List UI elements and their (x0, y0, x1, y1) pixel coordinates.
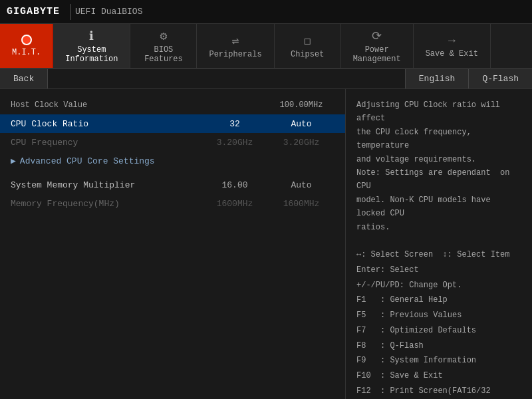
bios-label: UEFI DualBIOS (75, 7, 142, 17)
shortcut-list: ↔: Select Screen ↕: Select Item Enter: S… (356, 247, 521, 399)
shortcut-item: F8 : Q-Flash (356, 338, 521, 354)
cpu-freq-v2: 3.20GHz (268, 138, 334, 148)
table-row[interactable]: CPU Clock Ratio 32 Auto (0, 114, 345, 133)
arrow-icon: ▶ (11, 156, 16, 166)
brand-name: GIGABYTE (0, 6, 66, 17)
cpu-freq-v1: 3.20GHz (201, 138, 268, 148)
power-mgmt-icon: ⟳ (372, 29, 382, 43)
cpu-clock-ratio-label: CPU Clock Ratio (11, 119, 201, 129)
sys-info-label1: SystemInformation (65, 45, 118, 64)
mem-freq-v1: 1600MHz (201, 199, 268, 209)
shortcut-item: F5 : Previous Values (356, 308, 521, 323)
sys-mem-mult-v2: Auto (268, 180, 334, 190)
shortcut-item: F1 : General Help (356, 293, 521, 308)
mem-freq-label: Memory Frequency(MHz) (11, 199, 201, 209)
peripherals-icon: ⇌ (232, 33, 239, 48)
save-exit-label: Save & Exit (426, 49, 478, 59)
main-content: Host Clock Value 100.00MHz CPU Clock Rat… (0, 89, 532, 399)
back-button[interactable]: Back (0, 69, 48, 88)
sys-mem-mult-v1: 16.00 (201, 180, 268, 190)
description-text: Adjusting CPU Clock ratio will affect th… (356, 98, 521, 234)
advanced-cpu-label: ▶Advanced CPU Core Settings (11, 156, 201, 166)
sys-mem-mult-label: System Memory Multiplier (11, 180, 201, 190)
shortcut-item: ↔: Select Screen ↕: Select Item (356, 247, 521, 263)
spacer (0, 170, 345, 176)
subbar-right: English Q-Flash (405, 69, 532, 88)
english-button[interactable]: English (405, 69, 469, 88)
shortcut-item: F7 : Optimized Defaults (356, 323, 521, 338)
shortcut-item: F10 : Save & Exit (356, 368, 521, 384)
cpu-clock-ratio-v2: Auto (268, 119, 334, 129)
host-clock-label: Host Clock Value (11, 100, 201, 110)
system-info-icon: ℹ (89, 29, 94, 43)
bios-feat-label: BIOSFeatures (144, 45, 183, 64)
table-row: Memory Frequency(MHz) 1600MHz 1600MHz (0, 194, 345, 213)
chipset-label: Chipset (291, 50, 324, 59)
power-mgmt-label: PowerManagement (353, 45, 401, 64)
sub-bar: Back English Q-Flash (0, 69, 532, 89)
qflash-button[interactable]: Q-Flash (468, 69, 532, 88)
table-row[interactable]: ▶Advanced CPU Core Settings (0, 152, 345, 170)
host-clock-v2: 100.00MHz (268, 100, 334, 110)
tab-bios-features[interactable]: ⚙ BIOSFeatures (130, 24, 197, 68)
cpu-clock-ratio-v1: 32 (201, 119, 268, 129)
tab-mit[interactable]: M.I.T. (0, 24, 53, 68)
help-panel: Adjusting CPU Clock ratio will affect th… (346, 89, 532, 399)
tab-peripherals[interactable]: ⇌ Peripherals (197, 24, 274, 68)
bios-features-icon: ⚙ (160, 29, 168, 43)
tab-save-exit[interactable]: → Save & Exit (414, 24, 491, 68)
table-row: Host Clock Value 100.00MHz (0, 96, 345, 114)
shortcut-item: Enter: Select (356, 263, 521, 278)
shortcut-item: F12 : Print Screen(FAT16/32 Format Only) (356, 384, 521, 399)
table-row[interactable]: System Memory Multiplier 16.00 Auto (0, 176, 345, 194)
table-row: CPU Frequency 3.20GHz 3.20GHz (0, 133, 345, 152)
shortcut-item: +/-/PU/PD: Change Opt. (356, 278, 521, 293)
chipset-icon: ◻ (304, 33, 311, 48)
brand-separator (70, 4, 71, 20)
mit-icon (21, 35, 32, 45)
top-bar: GIGABYTE UEFI DualBIOS (0, 0, 532, 24)
tab-power-management[interactable]: ⟳ PowerManagement (341, 24, 414, 68)
shortcut-item: F9 : System Information (356, 353, 521, 368)
tab-system-info[interactable]: ℹ SystemInformation (53, 24, 130, 68)
save-exit-icon: → (448, 34, 456, 47)
mem-freq-v2: 1600MHz (268, 199, 334, 209)
tab-chipset[interactable]: ◻ Chipset (275, 24, 341, 68)
settings-panel: Host Clock Value 100.00MHz CPU Clock Rat… (0, 89, 346, 399)
nav-tabs: M.I.T. ℹ SystemInformation ⚙ BIOSFeature… (0, 24, 532, 69)
mit-tab-label: M.I.T. (12, 48, 41, 57)
cpu-freq-label: CPU Frequency (11, 138, 201, 148)
peripherals-label: Peripherals (209, 50, 261, 59)
